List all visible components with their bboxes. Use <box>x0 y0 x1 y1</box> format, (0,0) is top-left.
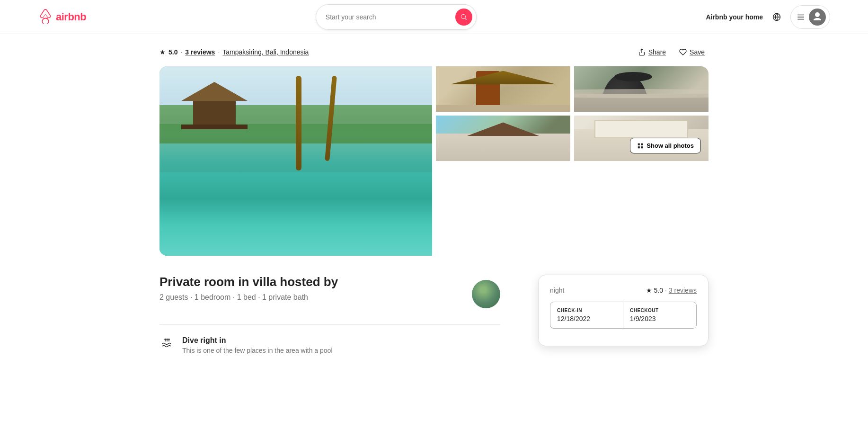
divider-1 <box>159 324 500 325</box>
save-label: Save <box>690 48 705 56</box>
svg-rect-4 <box>638 143 640 145</box>
checkout-value: 1/9/2023 <box>630 315 690 322</box>
share-button[interactable]: Share <box>634 45 670 59</box>
airbnb-home-link[interactable]: Airbnb your home <box>706 13 763 21</box>
checkout-cell[interactable]: CHECKOUT 1/9/2023 <box>623 302 696 328</box>
header: airbnb Airbnb your home <box>0 0 868 34</box>
price-row: night ★ 5.0 · 3 reviews <box>550 287 697 294</box>
pool-icon <box>159 336 175 351</box>
rating-location: ★ 5.0 · 3 reviews · Tampaksiring, Bali, … <box>159 48 309 56</box>
host-avatar[interactable] <box>472 280 500 308</box>
feature-text: Dive right in This is one of the few pla… <box>182 336 333 354</box>
card-rating: ★ 5.0 · 3 reviews <box>646 287 697 294</box>
search-input[interactable] <box>326 13 450 21</box>
star-icon: ★ <box>159 48 166 56</box>
photo-cell-4[interactable]: Show all photos <box>574 116 709 161</box>
feature-dive-right-in: Dive right in This is one of the few pla… <box>159 336 500 354</box>
rating-score: 5.0 <box>168 48 177 56</box>
separator-dot-2: · <box>218 48 220 56</box>
show-all-photos-button[interactable]: Show all photos <box>630 138 701 153</box>
share-label: Share <box>648 48 666 56</box>
checkin-cell[interactable]: CHECK-IN 12/18/2022 <box>550 302 623 328</box>
location-link[interactable]: Tampaksiring, Bali, Indonesia <box>222 48 309 56</box>
save-button[interactable]: Save <box>675 45 709 59</box>
svg-point-9 <box>167 339 168 340</box>
photo-right-grid: Show all photos <box>436 66 709 161</box>
feature-title: Dive right in <box>182 336 333 345</box>
header-right: Airbnb your home <box>706 5 830 29</box>
feature-description: This is one of the few places in the are… <box>182 347 333 354</box>
logo[interactable]: airbnb <box>38 9 86 26</box>
separator-dot: · <box>180 48 182 56</box>
share-icon <box>638 48 646 56</box>
listing-body: Private room in villa hosted by 2 guests… <box>159 275 709 364</box>
booking-card: night ★ 5.0 · 3 reviews CHECK-IN 12/18/2… <box>538 275 709 346</box>
search-button[interactable] <box>455 9 472 26</box>
photo-main[interactable] <box>159 66 432 256</box>
language-button[interactable] <box>769 9 785 25</box>
card-rating-score: 5.0 <box>654 287 663 294</box>
globe-icon <box>772 13 781 21</box>
photo-grid: Show all photos <box>159 66 709 256</box>
svg-rect-5 <box>641 143 643 145</box>
photo-cell-2[interactable] <box>574 66 709 112</box>
show-all-label: Show all photos <box>647 142 694 149</box>
photo-main-visual <box>159 66 432 256</box>
search-bar[interactable] <box>316 4 477 30</box>
user-menu[interactable] <box>790 5 830 29</box>
svg-point-8 <box>165 339 166 340</box>
main-content: ★ 5.0 · 3 reviews · Tampaksiring, Bali, … <box>122 34 746 375</box>
svg-rect-7 <box>641 146 643 148</box>
checkout-label: CHECKOUT <box>630 308 690 313</box>
reviews-link[interactable]: 3 reviews <box>185 48 215 56</box>
heart-icon <box>679 48 687 56</box>
listing-title: Private room in villa hosted by <box>159 275 338 289</box>
hamburger-icon <box>797 13 805 21</box>
price-night-label: night <box>550 287 564 294</box>
checkin-value: 12/18/2022 <box>557 315 616 322</box>
card-dot: · <box>665 287 667 294</box>
logo-text: airbnb <box>56 11 86 23</box>
svg-point-10 <box>168 339 169 340</box>
date-grid: CHECK-IN 12/18/2022 CHECKOUT 1/9/2023 <box>550 302 697 329</box>
action-buttons: Share Save <box>634 45 709 59</box>
photo-cell-1[interactable] <box>436 66 570 112</box>
grid-icon <box>637 143 644 149</box>
avatar <box>809 9 826 26</box>
card-star-icon: ★ <box>646 287 652 294</box>
listing-left: Private room in villa hosted by 2 guests… <box>159 275 500 364</box>
listing-subtitle: 2 guests · 1 bedroom · 1 bed · 1 private… <box>159 293 338 302</box>
airbnb-logo-icon <box>38 9 53 26</box>
user-icon <box>812 11 823 23</box>
search-icon <box>460 13 468 21</box>
photo-cell-3[interactable] <box>436 116 570 161</box>
card-reviews-link[interactable]: 3 reviews <box>669 287 697 294</box>
listing-meta: ★ 5.0 · 3 reviews · Tampaksiring, Bali, … <box>159 45 709 59</box>
svg-rect-6 <box>638 146 640 148</box>
checkin-label: CHECK-IN <box>557 308 616 313</box>
